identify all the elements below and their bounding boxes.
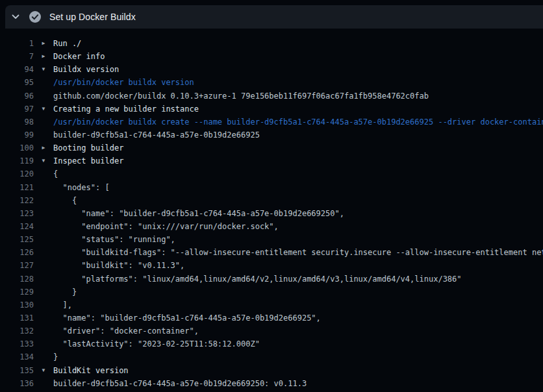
output-text: { [53,194,77,207]
group-title: Booting builder [53,141,123,154]
output-text: "endpoint": "unix:///var/run/docker.sock… [53,220,279,233]
output-text: { [53,167,58,180]
line-number[interactable]: 129 [0,286,34,299]
log-group-line[interactable]: 119▼Inspect builder [0,154,543,167]
line-number[interactable]: 124 [0,220,34,233]
log-group-line[interactable]: 100▶Booting builder [0,141,543,154]
output-text: "driver": "docker-container", [53,325,199,337]
log-line: 130 ], [0,299,543,312]
log-line: 127 "buildkit": "v0.11.3", [0,259,543,272]
line-number[interactable]: 130 [0,299,34,312]
line-number[interactable]: 122 [0,194,34,207]
line-number[interactable]: 95 [0,76,34,89]
log-group-line[interactable]: 1▶Run ./ [0,37,543,50]
log-line: 96github.com/docker/buildx 0.10.3+azure-… [0,90,543,103]
group-collapse-icon[interactable]: ▼ [34,364,53,377]
command-text: /usr/bin/docker buildx version [53,76,194,89]
command-text: /usr/bin/docker buildx create --name bui… [53,116,543,129]
log-viewer: 1▶Run ./7▶Docker info94▼Buildx version95… [0,37,543,390]
line-number[interactable]: 131 [0,312,34,325]
line-number[interactable]: 99 [0,129,34,141]
line-number[interactable]: 120 [0,167,34,180]
line-number[interactable]: 100 [0,141,34,154]
log-line: 123 "name": "builder-d9cfb5a1-c764-445a-… [0,207,543,220]
output-text: "nodes": [ [53,181,110,194]
log-line: 126 "buildkitd-flags": "--allow-insecure… [0,246,543,259]
output-text: ], [53,299,72,312]
line-number[interactable]: 128 [0,273,34,286]
output-text: builder-d9cfb5a1-c764-445a-a57e-0b19d2e6… [53,129,260,141]
log-line: 125 "status": "running", [0,233,543,246]
line-number[interactable]: 7 [0,50,34,63]
log-line: 133 "lastActivity": "2023-02-25T11:58:12… [0,337,543,350]
output-text: "name": "builder-d9cfb5a1-c764-445a-a57e… [53,312,321,325]
log-line: 134} [0,350,543,363]
log-line: 136builder-d9cfb5a1-c764-445a-a57e-0b19d… [0,377,543,390]
log-group-line[interactable]: 135▼BuildKit version [0,364,543,377]
line-number[interactable]: 125 [0,233,34,246]
log-line: 98/usr/bin/docker buildx create --name b… [0,116,543,129]
output-text: "buildkitd-flags": "--allow-insecure-ent… [53,246,543,259]
group-collapse-icon[interactable]: ▼ [34,154,53,167]
line-number[interactable]: 136 [0,377,34,390]
log-group-line[interactable]: 7▶Docker info [0,50,543,63]
group-collapse-icon[interactable]: ▼ [34,63,53,76]
line-number[interactable]: 134 [0,350,34,363]
step-title: Set up Docker Buildx [49,12,136,22]
line-number[interactable]: 94 [0,63,34,76]
output-text: builder-d9cfb5a1-c764-445a-a57e-0b19d2e6… [53,377,307,390]
log-group-line[interactable]: 94▼Buildx version [0,63,543,76]
group-expand-icon[interactable]: ▶ [34,141,53,154]
line-number[interactable]: 96 [0,90,34,103]
output-text: "buildkit": "v0.11.3", [53,259,184,272]
step-header[interactable]: Set up Docker Buildx [5,5,543,29]
log-line: 124 "endpoint": "unix:///var/run/docker.… [0,220,543,233]
log-line: 95/usr/bin/docker buildx version [0,76,543,89]
output-text: "lastActivity": "2023-02-25T11:58:12.000… [53,337,260,350]
output-text: "name": "builder-d9cfb5a1-c764-445a-a57e… [53,207,344,220]
log-line: 132 "driver": "docker-container", [0,325,543,337]
line-number[interactable]: 98 [0,116,34,129]
line-number[interactable]: 119 [0,154,34,167]
group-title: Inspect builder [53,154,123,167]
log-line: 129 } [0,286,543,299]
line-number[interactable]: 133 [0,337,34,350]
group-title: Buildx version [53,63,119,76]
group-title: Run ./ [53,37,81,50]
line-number[interactable]: 123 [0,207,34,220]
log-line: 131 "name": "builder-d9cfb5a1-c764-445a-… [0,312,543,325]
line-number[interactable]: 135 [0,364,34,377]
line-number[interactable]: 121 [0,181,34,194]
check-circle-icon [29,10,42,23]
line-number[interactable]: 127 [0,259,34,272]
group-title: BuildKit version [53,364,129,377]
chevron-down-icon[interactable] [12,13,19,21]
group-expand-icon[interactable]: ▶ [34,37,53,50]
line-number[interactable]: 126 [0,246,34,259]
output-text: "platforms": "linux/amd64,linux/amd64/v2… [53,273,462,286]
line-number[interactable]: 132 [0,325,34,337]
output-text: } [53,350,58,363]
log-line: 99builder-d9cfb5a1-c764-445a-a57e-0b19d2… [0,129,543,141]
output-text: github.com/docker/buildx 0.10.3+azure-1 … [53,90,429,103]
output-text: } [53,286,77,299]
line-number[interactable]: 1 [0,37,34,50]
output-text: "status": "running", [53,233,175,246]
group-collapse-icon[interactable]: ▼ [34,103,53,116]
log-line: 122 { [0,194,543,207]
group-title: Creating a new builder instance [53,103,199,116]
line-number[interactable]: 97 [0,103,34,116]
log-line: 120{ [0,167,543,180]
log-line: 128 "platforms": "linux/amd64,linux/amd6… [0,273,543,286]
group-expand-icon[interactable]: ▶ [34,50,53,63]
log-group-line[interactable]: 97▼Creating a new builder instance [0,103,543,116]
log-line: 121 "nodes": [ [0,181,543,194]
group-title: Docker info [53,50,105,63]
